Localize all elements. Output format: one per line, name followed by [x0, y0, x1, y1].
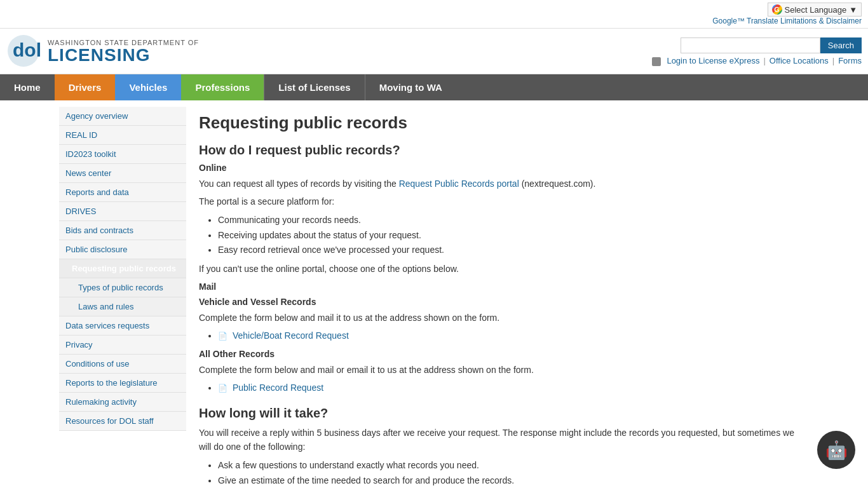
dol-logo-icon: dol — [6, 34, 41, 69]
sidebar-item-conditions[interactable]: Conditions of use — [59, 355, 186, 374]
sidebar-item-news-center[interactable]: News center — [59, 164, 186, 183]
platform-intro: The portal is a secure platform for: — [199, 194, 809, 208]
other-label: All Other Records — [199, 349, 809, 359]
google-icon: G — [772, 4, 782, 15]
sidebar-item-requesting-public-records[interactable]: Requesting public records — [59, 259, 186, 278]
search-form: Search — [681, 37, 862, 53]
timeline-text: You will receive a reply within 5 busine… — [199, 426, 809, 454]
sidebar-item-dol-staff[interactable]: Resources for DOL staff — [59, 412, 186, 431]
nav-item-professions[interactable]: Professions — [181, 74, 264, 100]
timeline-bullets-list: Ask a few questions to understand exactl… — [218, 458, 809, 488]
chevron-down-icon: ▼ — [849, 5, 857, 15]
translate-label: Select Language — [785, 5, 847, 15]
page-title: Requesting public records — [199, 113, 809, 133]
mail-label: Mail — [199, 281, 809, 292]
licensing-label: LICENSING — [48, 46, 199, 64]
vv-text: Complete the form below and mail it to u… — [199, 311, 809, 325]
sidebar-item-real-id[interactable]: REAL ID — [59, 126, 186, 145]
nav-item-vehicles[interactable]: Vehicles — [115, 74, 181, 100]
header-right: Search Login to License eXpress | Office… — [652, 37, 862, 65]
public-record-link[interactable]: Public Record Request — [233, 383, 323, 393]
section2-heading: How long will it take? — [199, 406, 809, 421]
sidebar-item-id2023[interactable]: ID2023 toolkit — [59, 145, 186, 164]
section1-heading: How do I request public records? — [199, 143, 809, 158]
logo-area: dol WASHINGTON STATE DEPARTMENT OF LICEN… — [6, 34, 199, 69]
sidebar-item-drives[interactable]: DRIVES — [59, 202, 186, 221]
list-item: Vehicle/Boat Record Request — [218, 329, 809, 344]
platform-bullets-list: Communicating your records needs. Receiv… — [218, 213, 809, 258]
sidebar-item-data-services[interactable]: Data services requests — [59, 316, 186, 336]
online-intro-text: You can request all types of records by … — [199, 179, 399, 189]
other-link-list: Public Record Request — [218, 381, 809, 396]
pdf-icon — [218, 330, 230, 341]
online-label: Online — [199, 163, 809, 173]
search-button[interactable]: Search — [820, 37, 862, 53]
sidebar-item-privacy[interactable]: Privacy — [59, 336, 186, 355]
vv-label: Vehicle and Vessel Records — [199, 297, 809, 307]
header: dol WASHINGTON STATE DEPARTMENT OF LICEN… — [0, 29, 868, 74]
list-item: Give an estimate of the time needed to s… — [218, 473, 809, 488]
nav-item-drivers[interactable]: Drivers — [55, 74, 116, 100]
vv-record-link[interactable]: Vehicle/Boat Record Request — [233, 330, 349, 341]
list-item: Easy record retrieval once we've process… — [218, 243, 809, 258]
list-item: Receiving updates about the status of yo… — [218, 228, 809, 243]
sidebar-item-bids[interactable]: Bids and contracts — [59, 221, 186, 240]
translate-disclaimer-link[interactable]: Google™ Translate Limitations & Disclaim… — [712, 17, 862, 25]
forms-link[interactable]: Forms — [838, 56, 862, 65]
sidebar-item-reports-legislature[interactable]: Reports to the legislature — [59, 374, 186, 393]
nav-item-list-of-licenses[interactable]: List of Licenses — [264, 74, 364, 100]
nav-item-moving-to-wa[interactable]: Moving to WA — [365, 74, 456, 100]
office-locations-link[interactable]: Office Locations — [770, 56, 829, 65]
list-item: Ask a few questions to understand exactl… — [218, 458, 809, 473]
online-alt-text: If you can't use the online portal, choo… — [199, 262, 809, 276]
list-item: Communicating your records needs. — [218, 213, 809, 228]
sidebar-item-reports-data[interactable]: Reports and data — [59, 183, 186, 202]
svg-text:dol: dol — [13, 39, 41, 60]
pdf-icon — [218, 383, 230, 393]
sidebar-item-laws-rules[interactable]: Laws and rules — [59, 297, 186, 316]
main-layout: Agency overview REAL ID ID2023 toolkit N… — [53, 100, 815, 488]
sidebar-item-types-of-records[interactable]: Types of public records — [59, 278, 186, 297]
lock-icon — [652, 57, 661, 66]
sidebar-item-rulemaking[interactable]: Rulemaking activity — [59, 393, 186, 412]
chatbot-button[interactable]: 🤖 — [817, 431, 855, 469]
content-area: Requesting public records How do I reque… — [199, 107, 809, 488]
sidebar-item-agency-overview[interactable]: Agency overview — [59, 107, 186, 126]
sidebar-item-public-disclosure[interactable]: Public disclosure — [59, 240, 186, 259]
portal-link[interactable]: Request Public Records portal — [399, 179, 519, 189]
portal-suffix: (nextrequest.com). — [522, 179, 596, 189]
main-nav: Home Drivers Vehicles Professions List o… — [0, 74, 868, 100]
top-bar: G Select Language ▼ Google™ Translate Li… — [0, 0, 868, 29]
vv-link-list: Vehicle/Boat Record Request — [218, 329, 809, 344]
other-text: Complete the form below and mail or emai… — [199, 363, 809, 377]
login-link[interactable]: Login to License eXpress — [667, 56, 759, 65]
search-input[interactable] — [681, 37, 820, 53]
sidebar: Agency overview REAL ID ID2023 toolkit N… — [59, 107, 186, 488]
list-item: Public Record Request — [218, 381, 809, 396]
nav-item-home[interactable]: Home — [0, 74, 55, 100]
header-links: Login to License eXpress | Office Locati… — [652, 56, 862, 65]
translate-widget[interactable]: G Select Language ▼ — [768, 3, 862, 17]
logo-text: WASHINGTON STATE DEPARTMENT OF LICENSING — [48, 39, 199, 64]
online-intro-paragraph: You can request all types of records by … — [199, 177, 809, 191]
